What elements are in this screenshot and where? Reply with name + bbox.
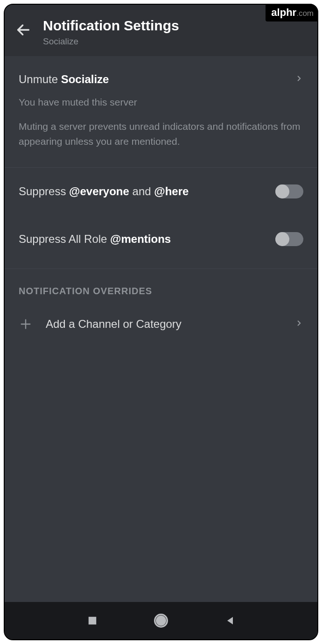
chevron-right-icon (295, 319, 303, 329)
content-area: Unmute Socialize You have muted this ser… (5, 56, 317, 602)
page-subtitle: Socialize (43, 36, 179, 47)
mute-section: Unmute Socialize You have muted this ser… (5, 56, 317, 168)
device-frame: Notification Settings Socialize Unmute S… (4, 4, 318, 640)
svg-rect-3 (88, 617, 96, 625)
page-title: Notification Settings (43, 18, 179, 34)
mute-description-text: Muting a server prevents unread indicato… (19, 119, 303, 149)
circle-icon (154, 613, 168, 628)
mute-description-block: You have muted this server Muting a serv… (5, 95, 317, 167)
label-prefix: Suppress (19, 185, 69, 198)
overrides-section: NOTIFICATION OVERRIDES Add a Channel or … (5, 269, 317, 347)
label-prefix: Suppress All Role (19, 233, 110, 245)
triangle-left-icon (224, 615, 236, 626)
watermark-suffix: .com (296, 9, 314, 18)
toggle-knob (275, 232, 289, 246)
svg-marker-6 (227, 617, 233, 624)
unmute-label: Unmute Socialize (19, 73, 295, 86)
watermark-badge: alphr.com (266, 4, 318, 21)
home-button[interactable] (152, 611, 170, 630)
svg-point-5 (157, 616, 166, 625)
add-override-row[interactable]: Add a Channel or Category (5, 301, 317, 347)
label-bold1: @everyone (69, 185, 129, 198)
add-override-label: Add a Channel or Category (46, 318, 282, 331)
watermark-main: alphr (271, 7, 296, 18)
toggle-knob (275, 184, 289, 198)
label-bold1: @mentions (110, 233, 171, 245)
plus-icon (19, 317, 33, 331)
suppress-roles-row[interactable]: Suppress All Role @mentions (5, 215, 317, 263)
android-nav-bar (5, 602, 317, 639)
square-icon (87, 616, 98, 626)
arrow-left-icon (15, 22, 31, 38)
suppress-roles-label: Suppress All Role @mentions (19, 233, 171, 246)
label-mid: and (129, 185, 154, 198)
suppress-everyone-toggle[interactable] (275, 184, 303, 198)
mute-status-text: You have muted this server (19, 95, 303, 109)
suppress-section: Suppress @everyone and @here Suppress Al… (5, 168, 317, 269)
suppress-roles-toggle[interactable] (275, 232, 303, 246)
unmute-server-name: Socialize (61, 73, 109, 85)
header-text-block: Notification Settings Socialize (43, 18, 179, 47)
unmute-prefix: Unmute (19, 73, 61, 85)
suppress-everyone-label: Suppress @everyone and @here (19, 185, 189, 198)
back-button[interactable] (14, 21, 33, 39)
unmute-row[interactable]: Unmute Socialize (5, 56, 317, 95)
label-bold2: @here (154, 185, 189, 198)
back-nav-button[interactable] (221, 611, 239, 630)
suppress-everyone-row[interactable]: Suppress @everyone and @here (5, 168, 317, 215)
chevron-right-icon (295, 74, 303, 85)
recent-apps-button[interactable] (83, 611, 102, 630)
overrides-section-header: NOTIFICATION OVERRIDES (5, 269, 317, 301)
